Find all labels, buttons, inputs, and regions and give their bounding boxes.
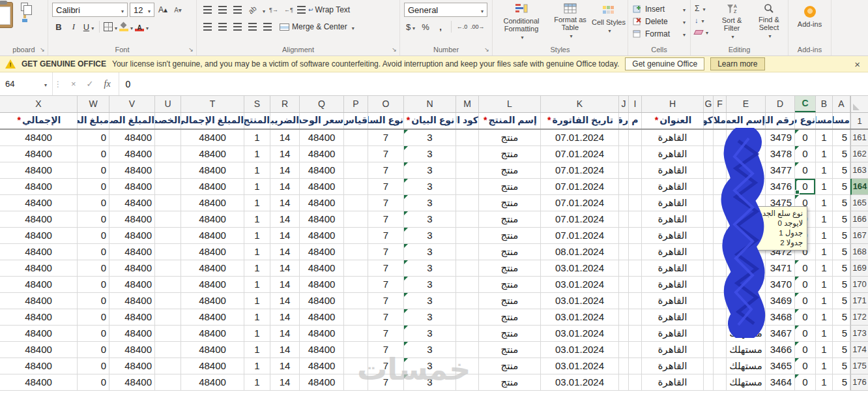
cell-I166[interactable] <box>629 211 642 228</box>
field-header-R[interactable]: الضريبة <box>270 113 300 129</box>
cell-E176[interactable]: مستهلك <box>727 374 766 391</box>
field-header-I[interactable]: م <box>629 113 642 129</box>
cell-G174[interactable] <box>704 342 714 358</box>
cell-V162[interactable]: 48400 <box>109 146 155 162</box>
cell-L167[interactable]: منتج <box>479 228 541 244</box>
cell-C171[interactable]: 0 <box>795 293 816 309</box>
cell-H168[interactable]: القاهرة <box>642 244 704 260</box>
cell-A168[interactable]: 5 <box>833 244 850 260</box>
copy-icon[interactable] <box>21 3 28 11</box>
field-header-U[interactable]: الخصم <box>155 113 181 129</box>
decrease-decimal-button[interactable] <box>470 20 485 34</box>
cell-T173[interactable]: 48400 <box>181 326 244 342</box>
cell-H174[interactable]: القاهرة <box>642 342 704 358</box>
cell-J165[interactable] <box>619 195 629 211</box>
cell-X174[interactable]: 48400 <box>0 342 78 358</box>
cell-M171[interactable] <box>456 293 479 309</box>
column-header-W[interactable]: W <box>78 96 109 112</box>
cell-T162[interactable]: 48400 <box>181 146 244 162</box>
cell-B173[interactable]: 1 <box>816 326 833 342</box>
cell-F173[interactable] <box>714 326 727 342</box>
cell-W164[interactable]: 0 <box>78 179 109 195</box>
column-header-P[interactable]: P <box>344 96 368 112</box>
column-header-D[interactable]: D <box>766 96 795 112</box>
italic-button[interactable]: I <box>67 20 80 34</box>
column-header-U[interactable]: U <box>155 96 181 112</box>
column-header-R[interactable]: R <box>270 96 300 112</box>
cell-H167[interactable]: القاهرة <box>642 228 704 244</box>
cell-G165[interactable] <box>704 195 714 211</box>
drag-dots-icon[interactable] <box>53 72 63 95</box>
cell-K165[interactable]: 07.01.2024 <box>541 195 619 211</box>
cell-L173[interactable]: منتج <box>479 326 541 342</box>
cell-C172[interactable]: 0 <box>795 309 816 326</box>
cell-H162[interactable]: القاهرة <box>642 146 704 162</box>
cell-C164[interactable]: 0 <box>795 179 816 195</box>
row-number-164[interactable]: 164 <box>850 179 868 195</box>
cell-P168[interactable] <box>344 244 368 260</box>
cell-C162[interactable]: 0 <box>795 146 816 162</box>
cell-J168[interactable] <box>619 244 629 260</box>
cell-D172[interactable]: 3468 <box>766 309 795 326</box>
cell-F175[interactable] <box>714 358 727 374</box>
row-number-167[interactable]: 167 <box>850 228 868 244</box>
cell-U173[interactable] <box>155 326 181 342</box>
cell-V161[interactable]: 48400 <box>109 130 155 146</box>
cell-X171[interactable]: 48400 <box>0 293 78 309</box>
cell-H165[interactable]: القاهرة <box>642 195 704 211</box>
cell-H169[interactable]: القاهرة <box>642 260 704 277</box>
cell-H170[interactable]: القاهرة <box>642 277 704 293</box>
field-header-Q[interactable]: سعر الوحدة* <box>300 113 344 129</box>
cell-F171[interactable] <box>714 293 727 309</box>
field-header-X[interactable]: الإجمالي* <box>0 113 78 129</box>
cell-W171[interactable]: 0 <box>78 293 109 309</box>
cell-S165[interactable]: 1 <box>244 195 270 211</box>
cell-M163[interactable] <box>456 162 479 179</box>
bold-button[interactable]: B <box>52 20 65 34</box>
cell-X161[interactable]: 48400 <box>0 130 78 146</box>
cell-O167[interactable]: 7 <box>368 228 404 244</box>
cell-C173[interactable]: 0 <box>795 326 816 342</box>
cell-W162[interactable]: 0 <box>78 146 109 162</box>
cell-P161[interactable] <box>344 130 368 146</box>
cell-P172[interactable] <box>344 309 368 326</box>
cell-N167[interactable]: 3 <box>404 228 456 244</box>
cell-B174[interactable]: 1 <box>816 342 833 358</box>
enter-icon[interactable]: ✓ <box>87 79 94 89</box>
cell-C161[interactable]: 0 <box>795 130 816 146</box>
cell-K163[interactable]: 07.01.2024 <box>541 162 619 179</box>
cell-U162[interactable] <box>155 146 181 162</box>
cell-E161[interactable] <box>727 130 766 146</box>
cell-P169[interactable] <box>344 260 368 277</box>
cell-A175[interactable]: 5 <box>833 358 850 374</box>
cell-J174[interactable] <box>619 342 629 358</box>
cell-G161[interactable] <box>704 130 714 146</box>
increase-decimal-button[interactable] <box>456 20 469 34</box>
cell-N168[interactable]: 3 <box>404 244 456 260</box>
cell-F170[interactable] <box>714 277 727 293</box>
cell-R166[interactable]: 14 <box>270 211 300 228</box>
cell-I161[interactable] <box>629 130 642 146</box>
font-dialog-launcher-icon[interactable] <box>187 46 195 53</box>
cell-N170[interactable]: 3 <box>404 277 456 293</box>
autosum-button[interactable]: Σ <box>691 3 713 14</box>
cell-H171[interactable]: القاهرة <box>642 293 704 309</box>
cell-G171[interactable] <box>704 293 714 309</box>
cell-U169[interactable] <box>155 260 181 277</box>
cell-M170[interactable] <box>456 277 479 293</box>
row-number-166[interactable]: 166 <box>850 211 868 228</box>
cell-J171[interactable] <box>619 293 629 309</box>
cell-F163[interactable] <box>714 162 727 179</box>
cell-N164[interactable]: 3 <box>404 179 456 195</box>
cell-R161[interactable]: 14 <box>270 130 300 146</box>
cell-T167[interactable]: 48400 <box>181 228 244 244</box>
cell-R176[interactable]: 14 <box>270 374 300 391</box>
cell-R170[interactable]: 14 <box>270 277 300 293</box>
cell-I169[interactable] <box>629 260 642 277</box>
cell-K171[interactable]: 03.01.2024 <box>541 293 619 309</box>
cell-U176[interactable] <box>155 374 181 391</box>
cell-B170[interactable]: 1 <box>816 277 833 293</box>
column-header-I[interactable]: I <box>629 96 642 112</box>
row-number-168[interactable]: 168 <box>850 244 868 260</box>
decrease-indent-button[interactable] <box>246 20 259 34</box>
